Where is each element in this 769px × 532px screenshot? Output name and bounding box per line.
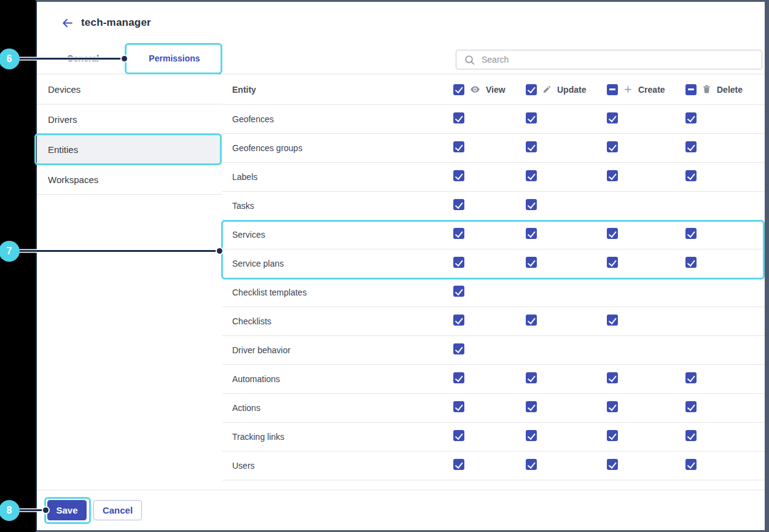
view-checkbox[interactable] [453,430,464,441]
view-checkbox[interactable] [453,343,464,354]
delete-cell [657,112,765,126]
delete-checkbox[interactable] [685,257,697,268]
delete-cell [657,257,765,270]
column-view-checkbox[interactable] [453,84,464,95]
view-checkbox[interactable] [453,199,464,210]
delete-checkbox[interactable] [685,401,697,412]
sidebar-item-drivers[interactable]: Drivers [37,104,222,135]
table-row: Checklists [222,307,765,336]
update-cell [495,257,576,270]
callout-8-dot [43,507,49,513]
entity-name: Service plans [222,259,423,268]
update-checkbox[interactable] [526,257,537,268]
create-checkbox[interactable] [607,372,618,383]
create-checkbox[interactable] [607,459,618,470]
column-delete-checkbox[interactable] [685,84,697,95]
view-checkbox[interactable] [453,286,464,297]
column-update-checkbox[interactable] [526,84,537,95]
table-row: Users [222,452,765,480]
search-input[interactable] [482,55,762,65]
callout-7-badge: 7 [0,241,20,262]
update-checkbox[interactable] [526,372,537,383]
delete-checkbox[interactable] [685,372,697,383]
update-checkbox[interactable] [526,112,537,123]
view-checkbox[interactable] [453,459,464,470]
table-row: Services [222,221,765,249]
delete-checkbox[interactable] [685,430,697,441]
update-cell [495,199,576,213]
view-checkbox[interactable] [453,112,464,123]
create-checkbox[interactable] [607,430,618,441]
save-button[interactable]: Save [47,500,87,520]
view-cell [423,286,495,299]
table-row: Tracking links [222,423,765,452]
create-checkbox[interactable] [607,141,618,152]
callout-7-line [8,250,221,252]
view-checkbox[interactable] [453,170,464,181]
callout-7-dot [217,248,222,254]
create-checkbox[interactable] [607,112,618,123]
permissions-table: Entity ViewUpdateCreateDelete GeofencesG… [222,74,765,480]
update-checkbox[interactable] [526,315,537,326]
create-cell [576,401,657,415]
update-checkbox[interactable] [526,170,537,181]
update-cell [495,228,576,241]
tab-permissions[interactable]: Permissions [126,44,223,74]
cancel-button[interactable]: Cancel [93,500,142,520]
delete-checkbox[interactable] [685,228,697,239]
callout-6-badge: 6 [0,49,20,69]
update-checkbox[interactable] [526,401,537,412]
view-checkbox[interactable] [453,141,464,152]
create-checkbox[interactable] [607,401,618,412]
sidebar-item-workspaces[interactable]: Workspaces [37,165,222,195]
create-checkbox[interactable] [607,228,618,239]
table-row: Tasks [222,192,765,221]
update-checkbox[interactable] [526,199,537,210]
create-cell [576,372,657,386]
sidebar-item-devices[interactable]: Devices [37,74,222,104]
create-cell [576,170,657,184]
column-label: Delete [717,85,743,95]
update-cell [495,112,576,126]
view-checkbox[interactable] [453,315,464,326]
update-checkbox[interactable] [526,459,537,470]
back-icon[interactable] [60,16,74,29]
view-cell [423,112,495,126]
entity-name: Checklists [222,316,423,326]
role-details-panel: tech-manager GeneralPermissions DevicesD… [36,0,769,532]
callout-8-badge: 8 [0,500,20,521]
update-checkbox[interactable] [526,430,537,441]
update-cell [495,401,576,415]
delete-checkbox[interactable] [685,170,697,181]
sidebar-item-entities[interactable]: Entities [37,135,222,165]
table-header-row: Entity ViewUpdateCreateDelete [222,74,765,105]
column-header-delete: Delete [657,84,765,95]
delete-checkbox[interactable] [685,112,697,123]
create-checkbox[interactable] [607,315,618,326]
column-create-checkbox[interactable] [607,84,618,95]
delete-checkbox[interactable] [685,141,697,152]
entity-name: Labels [222,172,423,182]
view-cell [423,315,495,328]
update-checkbox[interactable] [526,141,537,152]
delete-cell [657,141,765,155]
entity-name: Automations [222,374,423,384]
callout-6-dot [122,56,127,61]
create-checkbox[interactable] [607,170,618,181]
delete-checkbox[interactable] [685,459,697,470]
create-checkbox[interactable] [607,257,618,268]
update-cell [495,459,576,472]
view-checkbox[interactable] [453,401,464,412]
create-cell [576,257,657,270]
entity-name: Tracking links [222,432,423,442]
entity-name: Users [222,461,423,471]
annotated-screenshot: tech-manager GeneralPermissions DevicesD… [0,0,769,532]
view-checkbox[interactable] [453,372,464,383]
entity-name: Geofences [222,114,423,124]
view-checkbox[interactable] [453,228,464,239]
view-checkbox[interactable] [453,257,464,268]
entity-column-header: Entity [222,85,423,95]
update-checkbox[interactable] [526,228,537,239]
search-box[interactable] [456,50,762,69]
callout-6-line [8,58,125,60]
